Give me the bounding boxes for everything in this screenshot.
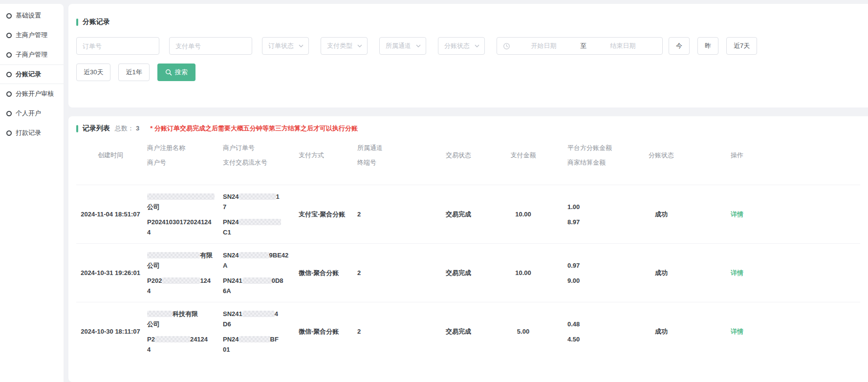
col-terminal-no: 终端号 — [357, 158, 376, 167]
chevron-down-icon — [357, 44, 362, 47]
terminal-cell: 2 — [357, 211, 422, 218]
search-button[interactable]: 搜索 — [157, 64, 195, 81]
split-status-select[interactable]: 分账状态 — [438, 37, 485, 55]
title-accent-bar — [76, 19, 78, 26]
circle-icon — [6, 52, 12, 58]
chevron-down-icon — [416, 44, 421, 47]
yesterday-button[interactable]: 昨 — [697, 37, 718, 55]
order-no-input[interactable] — [76, 37, 159, 55]
pay-amount-cell: 10.00 — [495, 269, 551, 276]
merchant-no: P2021244 — [147, 276, 220, 296]
last-7-days-button[interactable]: 近7天 — [726, 37, 757, 55]
sidebar-item-main-merchant[interactable]: 主商户管理 — [0, 25, 64, 45]
created-time-cell: 2024-11-04 18:51:07 — [76, 211, 145, 218]
col-split-status: 分账状态 — [632, 144, 691, 167]
col-merchant-no: 商户号 — [147, 158, 166, 167]
sidebar-item-split-account-review[interactable]: 分账开户审核 — [0, 84, 64, 104]
merchant-settle-amount: 8.97 — [567, 218, 629, 226]
redacted-text — [147, 193, 215, 200]
table-row: 2024-10-31 19:26:01有限公司P2021244SN249BE42… — [76, 243, 860, 302]
detail-link[interactable]: 详情 — [731, 269, 743, 276]
pay-type-select[interactable]: 支付类型 — [321, 37, 368, 55]
col-pay-method: 支付方式 — [299, 144, 355, 167]
created-time-cell: 2024-10-30 18:11:07 — [76, 328, 145, 335]
trade-status-cell: 交易完成 — [424, 210, 493, 219]
pay-amount-cell: 5.00 — [495, 328, 551, 335]
redacted-text — [239, 219, 281, 225]
select-placeholder: 所属通道 — [386, 42, 411, 50]
table-body: 2024-11-04 18:51:07公司P202410301720241244… — [76, 185, 860, 361]
search-icon — [165, 69, 172, 76]
merchant-cell: 公司P202410301720241244 — [147, 191, 220, 237]
merchant-order-no: SN249BE42A — [223, 250, 296, 271]
col-order: 商户订单号 支付交易流水号 — [223, 144, 296, 167]
col-action: 操作 — [693, 144, 781, 167]
split-status-cell: 成功 — [632, 269, 691, 277]
sidebar-item-label: 子商户管理 — [16, 50, 47, 59]
clock-icon — [503, 42, 510, 50]
platform-split-amount: 0.48 — [567, 320, 629, 328]
chevron-down-icon — [475, 44, 479, 47]
col-order-no: 商户订单号 — [223, 144, 255, 152]
detail-link[interactable]: 详情 — [731, 211, 743, 218]
pay-flow-no: PN2410D86A — [223, 276, 296, 296]
redacted-text — [162, 277, 200, 284]
order-cell: SN2414D6PN24BF01 — [223, 309, 296, 355]
last-1-year-button[interactable]: 近1年 — [118, 64, 149, 81]
records-card: 记录列表 总数：3 * 分账订单交易完成之后需要大概五分钟等第三方结算之后才可以… — [68, 116, 868, 382]
redacted-text — [239, 252, 269, 258]
amounts-cell: 0.484.50 — [554, 320, 629, 343]
redacted-text — [147, 252, 200, 258]
col-amounts: 平台方分账金额 商家结算金额 — [554, 144, 629, 167]
sidebar-item-label: 个人开户 — [16, 109, 41, 118]
pay-flow-no: PN24C1 — [223, 217, 296, 237]
trade-status-cell: 交易完成 — [424, 269, 493, 277]
sidebar-item-sub-merchant[interactable]: 子商户管理 — [0, 45, 64, 64]
action-cell: 详情 — [693, 269, 781, 277]
channel-select[interactable]: 所属通道 — [379, 37, 426, 55]
date-range-picker[interactable]: 开始日期 至 结束日期 — [497, 37, 663, 55]
merchant-cell: 科技有限公司P2241244 — [147, 309, 220, 355]
redacted-text — [239, 193, 276, 200]
col-channel-name: 所属通道 — [357, 144, 383, 152]
sidebar-item-label: 分账开户审核 — [16, 89, 54, 98]
circle-icon — [6, 33, 12, 38]
filter-card: 分账记录 订单状态 支付类型 所属通道 分账状态 — [68, 4, 868, 107]
merchant-settle-amount: 9.00 — [567, 277, 629, 284]
records-card-title: 记录列表 总数：3 * 分账订单交易完成之后需要大概五分钟等第三方结算之后才可以… — [76, 124, 860, 133]
detail-link[interactable]: 详情 — [731, 328, 743, 335]
pay-flow-no: PN24BF01 — [223, 334, 296, 355]
sidebar: 基础设置 主商户管理 子商户管理 分账记录 分账开户审核 个人开户 打款记录 — [0, 4, 64, 382]
sidebar-item-personal-account[interactable]: 个人开户 — [0, 104, 64, 123]
title-accent-bar — [76, 125, 78, 132]
select-placeholder: 订单状态 — [268, 42, 294, 50]
platform-split-amount: 1.00 — [567, 203, 629, 211]
pay-no-input[interactable] — [169, 37, 252, 55]
split-status-cell: 成功 — [632, 327, 691, 336]
col-created: 创建时间 — [76, 144, 145, 167]
merchant-order-no: SN2417 — [223, 191, 296, 212]
last-30-days-button[interactable]: 近30天 — [76, 64, 110, 81]
sidebar-item-basic-settings[interactable]: 基础设置 — [0, 6, 64, 25]
date-separator: 至 — [577, 42, 589, 50]
redacted-text — [239, 336, 270, 342]
redacted-text — [147, 311, 173, 317]
start-date-placeholder: 开始日期 — [510, 42, 577, 50]
redacted-text — [242, 311, 275, 317]
col-merchant-amount: 商家结算金额 — [567, 158, 606, 167]
sidebar-item-split-records[interactable]: 分账记录 — [0, 64, 64, 84]
sidebar-item-payout-records[interactable]: 打款记录 — [0, 123, 64, 143]
pay-amount-cell: 10.00 — [495, 211, 551, 218]
page: 基础设置 主商户管理 子商户管理 分账记录 分账开户审核 个人开户 打款记录 — [0, 0, 868, 382]
split-status-cell: 成功 — [632, 210, 691, 219]
action-cell: 详情 — [693, 210, 781, 219]
order-status-select[interactable]: 订单状态 — [262, 37, 309, 55]
circle-icon — [6, 72, 12, 77]
chevron-down-icon — [299, 44, 304, 47]
merchant-name: 公司 — [147, 191, 220, 212]
order-cell: SN2417PN24C1 — [223, 191, 296, 237]
today-button[interactable]: 今 — [669, 37, 690, 55]
merchant-no: P202410301720241244 — [147, 217, 220, 237]
redacted-text — [242, 277, 272, 284]
redacted-text — [155, 336, 190, 342]
